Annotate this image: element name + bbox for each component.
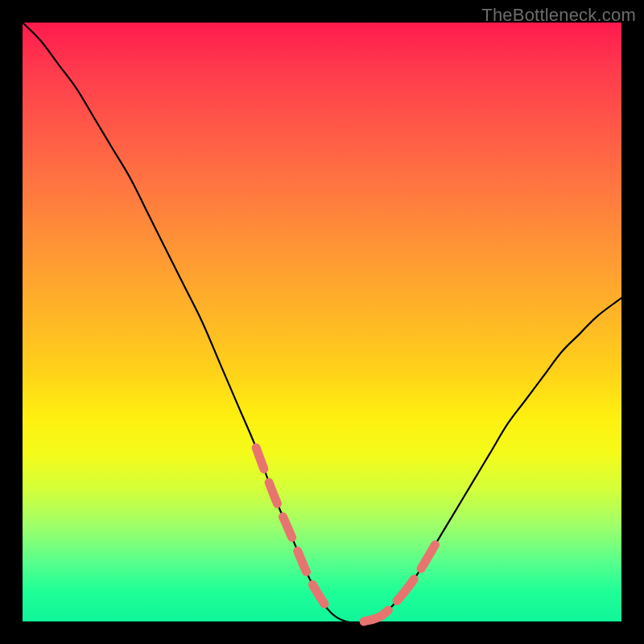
chart-svg	[23, 23, 621, 621]
highlight-dash-right	[364, 543, 436, 621]
chart-frame: TheBottleneck.com	[0, 0, 644, 644]
watermark-text: TheBottleneck.com	[481, 5, 636, 26]
highlight-dash-left	[256, 448, 328, 609]
bottleneck-curve	[23, 23, 621, 623]
